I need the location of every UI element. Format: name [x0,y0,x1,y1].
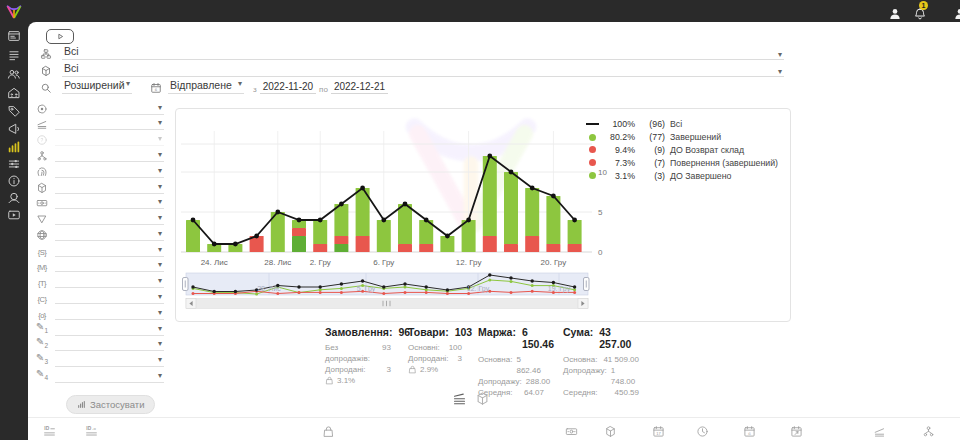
filter-row-4: ▾ [36,149,164,162]
chevron-down-icon: ▾ [158,197,162,207]
bottom-toolbar [28,417,960,440]
sidebar-item-dashboard[interactable] [0,26,28,44]
line-point [445,234,450,239]
filter-select[interactable]: ▾ [55,150,164,162]
filter-select[interactable]: ▾ [55,213,164,225]
sidebar-item-settings[interactable] [0,154,28,172]
filter-select[interactable]: ▾ [55,324,164,336]
sidebar-item-statistics[interactable] [0,137,28,155]
app-logo[interactable] [5,2,23,21]
toolbar-banknote-button[interactable] [565,422,578,440]
filter-select[interactable]: ▾ [55,355,164,367]
secondary-avatar[interactable] [953,4,960,18]
filter-select[interactable]: ▾ [55,292,164,304]
toolbar-id-lines-button[interactable] [43,422,56,440]
svg-text:6. Гру: 6. Гру [373,258,394,267]
sidebar-item-tags[interactable] [0,101,28,119]
megaphone-icon [7,122,21,136]
filter-select[interactable]: ▾ [55,339,164,351]
chevron-down-icon: ▾ [158,134,162,144]
chevron-down-icon: ▾ [158,308,162,318]
line-point [339,202,344,207]
filter-select[interactable]: ▾ [55,182,164,194]
date-from-input[interactable]: 2022-11-20 [260,81,316,94]
filter-row-10: {S}▾ [36,244,164,257]
legend-item-4[interactable]: 7.3%(7)Повернення (завершений) [586,156,778,169]
sidebar-item-orders[interactable] [0,45,28,63]
stat-subrow: Допродажу:288.00 [478,376,544,387]
toolbar-level-button[interactable] [873,422,886,440]
toolbar-cube-button[interactable] [604,422,617,440]
svg-text:19. Гру: 19. Гру [548,285,571,293]
legend-marker [589,172,596,179]
help-circle-icon [36,134,48,146]
stat-title: Замовлення:96 [325,326,391,338]
apply-filters-button[interactable]: Застосувати [66,395,155,414]
legend-marker [589,159,596,166]
filter-select[interactable]: ▾ [55,260,164,272]
sidebar-item-company[interactable] [0,83,28,101]
toolbar-calendar-arrow-button[interactable] [790,422,803,440]
filter-select[interactable]: ▾ [55,103,164,115]
status-filter-select[interactable]: Всі [62,45,784,60]
legend-item-2[interactable]: 80.2%(77)Завершений [586,131,778,144]
chevron-down-icon[interactable]: ▾ [778,67,782,77]
sidebar-item-campaigns[interactable] [0,119,28,137]
bag-icon [322,425,335,438]
toolbar-id-dash-button[interactable] [85,422,98,440]
filter-select[interactable]: ▾ [55,166,164,178]
filter-select[interactable]: ▾ [55,245,164,257]
bag-icon [325,376,334,385]
search-mode-select[interactable]: Розширений▾ [62,79,132,94]
date-to-label: по [319,85,328,94]
level-icon [36,118,48,130]
pencil-3-icon: ✎3 [36,352,48,367]
navigator-scrollbar[interactable] [186,299,588,309]
chart-legend: 100%(96)Всі80.2%(77)Завершений9.4%(9)ДО … [586,118,778,182]
search-icon[interactable] [40,82,52,94]
filter-select[interactable]: ▾ [55,229,164,241]
fingerprint-icon [36,166,48,178]
cube-icon [475,391,490,406]
brace-t-icon: {T} [36,279,48,288]
filter-row-15: ✎1▾ [36,323,164,336]
line-point [233,242,238,247]
legend-item-1[interactable]: 100%(96)Всі [586,118,778,131]
calendar-icon [150,82,162,94]
chevron-down-icon: ▾ [158,182,162,192]
product-filter-select[interactable]: Всі [62,62,784,77]
line-point [381,218,386,223]
chevron-down-icon: ▾ [158,371,162,381]
chevron-down-icon: ▾ [126,79,130,91]
sidebar-item-tutorials[interactable] [0,205,28,223]
legend-item-5[interactable]: 3.1%(3)ДО Завершено [586,169,778,182]
toolbar-calendar-17-button[interactable] [652,422,665,440]
filter-select[interactable]: ▾ [55,276,164,288]
filter-select[interactable]: ▾ [55,308,164,320]
toolbar-bag-button[interactable] [322,422,335,440]
play-button[interactable] [46,29,74,44]
sidebar-item-customers[interactable] [0,64,28,82]
toolbar-calendar-b-button[interactable] [743,422,756,440]
date-type-select[interactable]: Відправлене▾ [168,79,244,94]
filter-select[interactable]: ▾ [55,118,164,130]
sidebar-item-network[interactable] [0,188,28,206]
legend-item-3[interactable]: 9.4%(9)ДО Возврат склад [586,144,778,157]
filter-select[interactable]: ▾ [55,197,164,209]
view-toggle-cube[interactable] [475,389,490,404]
banknote-icon [565,425,578,438]
list-icon [7,48,21,62]
stat-subrow: Допродані:3 [408,353,462,364]
filter-select[interactable]: ▾ [55,371,164,383]
toolbar-clock-button[interactable] [696,422,709,440]
filter-select[interactable]: ▾ [55,134,164,146]
view-toggle-report[interactable] [452,389,467,404]
sidebar-item-info[interactable] [0,171,28,189]
filter-row-12: {T}▾ [36,276,164,289]
chevron-down-icon: ▾ [158,339,162,349]
toolbar-hierarchy-button[interactable] [922,422,935,440]
user-avatar[interactable] [888,4,902,18]
svg-text:0: 0 [598,248,603,257]
date-to-input[interactable]: 2022-12-21 [331,81,388,94]
chevron-down-icon[interactable]: ▾ [778,50,782,60]
